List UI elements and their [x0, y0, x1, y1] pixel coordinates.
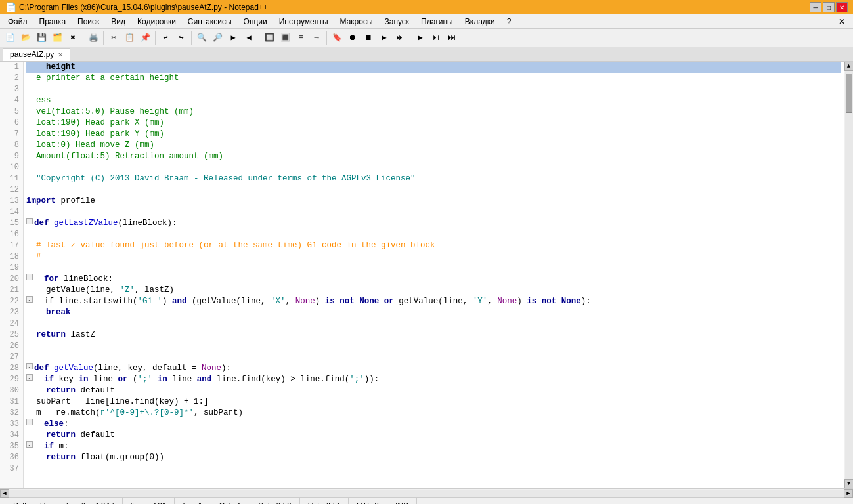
code-line-20: - for lineBlock: — [26, 274, 841, 285]
status-sel: Sel : 0 | 0 — [250, 498, 299, 504]
menu-macros[interactable]: Макросы — [335, 16, 378, 28]
tab-bar: pauseAtZ.py ✕ — [0, 47, 853, 62]
code-line-32: m = re.match(r'^[0-9]+\.?[0-9]*', subPar… — [26, 408, 841, 419]
save-button[interactable]: 💾 — [34, 31, 49, 45]
paste-button[interactable]: 📌 — [138, 31, 152, 45]
fold-15[interactable]: - — [26, 218, 33, 224]
code-line-4: ess — [26, 95, 841, 106]
menu-view[interactable]: Вид — [106, 16, 131, 28]
toolbar-sep-2 — [103, 32, 104, 45]
macro-stop-button[interactable]: ⏹ — [361, 31, 376, 45]
fold-28[interactable]: - — [26, 363, 33, 369]
menu-tools[interactable]: Инструменты — [274, 16, 334, 28]
code-line-11: "Copyright (C) 2013 David Braam - Releas… — [26, 173, 841, 184]
menu-run[interactable]: Запуск — [380, 16, 415, 28]
title-bar-controls: ─ □ ✕ — [810, 2, 848, 12]
status-file-type: Python file — [5, 498, 58, 504]
code-line-21: getValue(line, 'Z', lastZ) — [26, 285, 841, 296]
fold-22[interactable]: - — [26, 296, 33, 303]
scroll-up-arrow[interactable]: ▲ — [844, 62, 854, 71]
toolbar-sep-3 — [155, 32, 156, 45]
find-prev-button[interactable]: ◀ — [242, 31, 256, 45]
status-line-ending: Unix (LF) — [300, 498, 349, 504]
new-button[interactable]: 📄 — [3, 31, 17, 45]
tab-close-button[interactable]: ✕ — [58, 51, 63, 58]
code-line-8: loat:0) Head move Z (mm) — [26, 140, 841, 151]
code-line-23: break — [26, 307, 841, 318]
code-line-9: Amount(float:5) Retraction amount (mm) — [26, 151, 841, 162]
code-line-15: -def getLastZValue(lineBlock): — [26, 218, 841, 229]
indent-button[interactable]: → — [309, 31, 324, 45]
close-button[interactable]: ✕ — [836, 2, 848, 12]
code-line-34: return default — [26, 430, 841, 441]
code-line-10 — [26, 162, 841, 173]
code-line-3 — [26, 84, 841, 95]
menu-plugins[interactable]: Плагины — [416, 16, 458, 28]
menu-tabs[interactable]: Вкладки — [460, 16, 500, 28]
scroll-track[interactable] — [845, 71, 853, 479]
status-length: length : 4 047 — [58, 498, 123, 504]
scroll-left-arrow[interactable]: ◀ — [0, 489, 9, 498]
find-button[interactable]: 🔍 — [194, 31, 209, 45]
hscroll-track[interactable] — [9, 490, 844, 497]
zoom-in-button[interactable]: 🔲 — [262, 31, 276, 45]
bookmark-button[interactable]: 🔖 — [330, 31, 344, 45]
find-next-button[interactable]: ▶ — [226, 31, 240, 45]
code-line-19 — [26, 262, 841, 274]
copy-button[interactable]: 📋 — [122, 31, 137, 45]
horizontal-scrollbar[interactable]: ◀ ▶ — [0, 488, 853, 497]
close-button-tb[interactable]: ✖ — [66, 31, 80, 45]
code-line-36: return float(m.group(0)) — [26, 452, 841, 463]
code-area[interactable]: height e printer at a certain height ess… — [24, 62, 844, 488]
tab-pauseatz[interactable]: pauseAtZ.py ✕ — [3, 48, 70, 61]
code-line-33: - else: — [26, 419, 841, 430]
open-button[interactable]: 📂 — [18, 31, 33, 45]
code-line-31: subPart = line[line.find(key) + 1:] — [26, 396, 841, 408]
scroll-right-arrow[interactable]: ▶ — [844, 489, 853, 498]
run3-button[interactable]: ⏭ — [445, 31, 459, 45]
code-line-28: -def getValue(line, key, default = None)… — [26, 363, 841, 374]
menu-search[interactable]: Поиск — [72, 16, 104, 28]
minimize-button[interactable]: ─ — [810, 2, 821, 12]
fold-20[interactable]: - — [26, 274, 33, 280]
menu-syntax[interactable]: Синтаксисы — [183, 16, 237, 28]
print-button[interactable]: 🖨️ — [86, 31, 100, 45]
editor-container: 1 2 3 4 5 6 7 8 9 10 11 12 13 14 15 16 1… — [0, 62, 853, 488]
close-x-button[interactable]: ✕ — [833, 17, 850, 26]
code-line-2: e printer at a certain height — [26, 73, 841, 84]
macro-play-button[interactable]: ▶ — [377, 31, 391, 45]
code-line-16 — [26, 229, 841, 240]
find-replace-button[interactable]: 🔎 — [210, 31, 225, 45]
format-button[interactable]: ≡ — [294, 31, 308, 45]
title-bar-left: 📄 C:\Program Files (x86)\Cura_15.04.6\pl… — [5, 2, 268, 12]
fold-35[interactable]: - — [26, 441, 33, 448]
fold-29[interactable]: - — [26, 374, 33, 381]
scroll-thumb[interactable] — [846, 74, 852, 113]
menu-file[interactable]: Файл — [3, 16, 33, 28]
code-line-30: return default — [26, 385, 841, 396]
menu-edit[interactable]: Правка — [34, 16, 72, 28]
undo-button[interactable]: ↩ — [158, 31, 173, 45]
app-icon: 📄 — [5, 2, 16, 12]
menu-options[interactable]: Опции — [238, 16, 273, 28]
fold-33[interactable]: - — [26, 419, 33, 425]
redo-button[interactable]: ↪ — [174, 31, 188, 45]
run-button[interactable]: ▶ — [413, 31, 427, 45]
code-line-37 — [26, 463, 841, 474]
menu-encoding[interactable]: Кодировки — [132, 16, 181, 28]
toolbar-sep-7 — [410, 32, 410, 45]
code-line-7: loat:190) Head park Y (mm) — [26, 129, 841, 140]
code-line-12 — [26, 184, 841, 196]
save-all-button[interactable]: 🗂️ — [50, 31, 64, 45]
toolbar: 📄 📂 💾 🗂️ ✖ 🖨️ ✂ 📋 📌 ↩ ↪ 🔍 🔎 ▶ ◀ 🔲 🔳 ≡ → … — [0, 29, 853, 47]
status-lines: lines : 131 — [123, 498, 175, 504]
run2-button[interactable]: ⏯ — [429, 31, 443, 45]
macro-record-button[interactable]: ⏺ — [345, 31, 360, 45]
zoom-out-button[interactable]: 🔳 — [278, 31, 292, 45]
maximize-button[interactable]: □ — [823, 2, 835, 12]
vertical-scrollbar[interactable]: ▲ ▼ — [844, 62, 853, 488]
macro-save-button[interactable]: ⏭ — [393, 31, 407, 45]
scroll-down-arrow[interactable]: ▼ — [844, 479, 854, 488]
menu-help[interactable]: ? — [502, 16, 517, 28]
cut-button[interactable]: ✂ — [106, 31, 121, 45]
